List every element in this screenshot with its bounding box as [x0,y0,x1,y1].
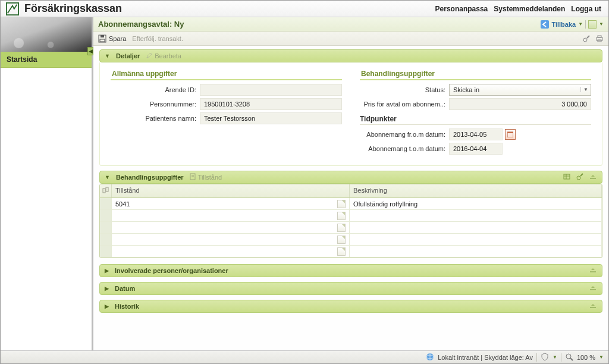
table-row[interactable] [100,210,602,222]
section-time-title: Tidpunkter [360,112,591,125]
col-beskrivning[interactable]: Beskrivning [350,184,602,197]
tillstand-table: Tillstånd Beskrivning 5041 Ofullständig … [99,184,602,258]
row-handle[interactable] [100,210,112,221]
svg-rect-3 [101,35,104,37]
svg-rect-19 [103,189,105,193]
patient-name-label: Patientens namn: [111,115,200,122]
save-button[interactable]: Spara [98,34,126,43]
panel-historik-header[interactable]: Historik [99,300,602,313]
panel-datum-header[interactable]: Datum [99,282,602,295]
svg-rect-18 [590,178,596,179]
page-title: Abonnemangsavtal: Ny [98,20,184,29]
status-select[interactable]: Skicka in [449,84,591,96]
patient-name-input[interactable]: Tester Testorsson [200,112,342,124]
section-treatment-title: Behandlingsuppgifter [360,67,591,80]
panel-historik-title: Historik [115,303,139,310]
collapse-icon[interactable] [589,266,597,275]
lookup-icon[interactable] [337,200,346,208]
panel-detaljer-header[interactable]: Detaljer Bearbeta [99,49,602,62]
to-date-input[interactable]: 2016-04-04 [449,143,503,155]
cell-beskrivning: Ofullständig rotfyllning [353,200,417,208]
back-dropdown[interactable]: ▼ [578,21,583,27]
collapse-icon[interactable] [589,284,597,293]
from-date-label: Abonnemang fr.o.m datum: [360,131,449,138]
window-action-1[interactable] [588,20,597,29]
lookup-icon[interactable] [337,236,346,244]
svg-rect-10 [507,132,513,133]
print-icon[interactable] [595,34,604,43]
tool-icon[interactable] [576,172,584,182]
chevron-right-icon [105,268,109,274]
security-zone: Lokalt intranät | Skyddat läge: Av [438,354,533,361]
row-selector-header[interactable] [100,184,112,197]
svg-point-26 [566,354,571,359]
svg-point-5 [583,38,587,42]
protected-mode-dropdown[interactable]: ▼ [553,354,557,360]
collapse-icon[interactable] [589,172,597,182]
tillstand-button[interactable]: Tillstånd [190,173,222,181]
zoom-icon[interactable] [565,353,573,362]
row-handle[interactable] [100,246,112,257]
price-input[interactable]: 3 000,00 [449,98,591,110]
divider [561,353,561,362]
protected-mode-icon[interactable] [541,353,549,362]
cell-tillstand[interactable]: 5041 [115,200,130,208]
divider [536,353,537,362]
from-date-input[interactable]: 2013-04-05 [449,128,503,140]
table-row[interactable] [100,234,602,246]
svg-rect-20 [106,187,108,192]
panel-detaljer-title: Detaljer [116,52,140,59]
col-tillstand[interactable]: Tillstånd [112,184,350,197]
calendar-icon [507,131,513,137]
panel-behandling-header[interactable]: Behandlingsuppgifter Tillstånd [99,171,602,184]
brand-name: Försäkringskassan [24,2,122,15]
svg-line-27 [570,358,573,360]
svg-rect-7 [598,36,601,37]
svg-rect-14 [564,174,570,179]
sidebar-item-startsida[interactable]: Startsida [1,52,92,68]
save-label: Spara [109,35,126,42]
zoom-value: 100 % [577,354,595,361]
panel-involverade-header[interactable]: Involverade personer/organisationer [99,264,602,277]
svg-rect-1 [541,20,549,29]
lookup-icon[interactable] [337,224,346,232]
zoom-dropdown[interactable]: ▼ [599,354,604,360]
to-date-label: Abonnemang t.o.m datum: [360,145,449,152]
row-handle[interactable] [100,198,112,209]
panel-behandling-title: Behandlingsuppgifter [116,174,184,181]
sidebar-collapse-handle[interactable]: ◀ [87,47,93,55]
section-general-title: Allmänna uppgifter [111,67,342,80]
arende-input[interactable] [200,84,342,96]
personnummer-input[interactable]: 19500101-3208 [200,98,342,110]
lookup-icon[interactable] [337,212,346,220]
svg-rect-21 [590,271,596,272]
row-handle[interactable] [100,222,112,233]
from-date-calendar-button[interactable] [505,129,516,140]
personnummer-label: Personnummer: [111,101,200,108]
divider [585,20,586,29]
collapse-icon[interactable] [589,302,597,311]
link-personalize[interactable]: Personanpassa [435,5,488,13]
svg-rect-4 [100,39,105,42]
table-row[interactable] [100,222,602,234]
link-system-messages[interactable]: Systemmeddelanden [494,5,565,13]
settings-icon[interactable] [582,34,591,43]
chevron-right-icon [105,285,109,291]
lookup-icon[interactable] [337,247,346,256]
sidebar-hero-image: ◀ [1,17,92,52]
export-icon[interactable] [563,172,571,182]
row-handle[interactable] [100,234,112,245]
svg-rect-22 [590,289,596,290]
back-link[interactable]: Tillbaka [551,21,576,28]
edit-button[interactable]: Bearbeta [146,52,181,60]
window-action-dropdown[interactable]: ▼ [599,21,604,27]
table-row[interactable]: 5041 Ofullständig rotfyllning [100,198,602,210]
link-logout[interactable]: Logga ut [571,5,601,13]
svg-rect-23 [590,307,596,308]
back-icon [541,20,549,29]
chevron-down-icon [105,174,110,180]
table-row[interactable] [100,246,602,258]
arende-label: Ärende ID: [111,86,200,93]
svg-point-17 [577,176,580,180]
brand-logo-icon [4,1,21,17]
